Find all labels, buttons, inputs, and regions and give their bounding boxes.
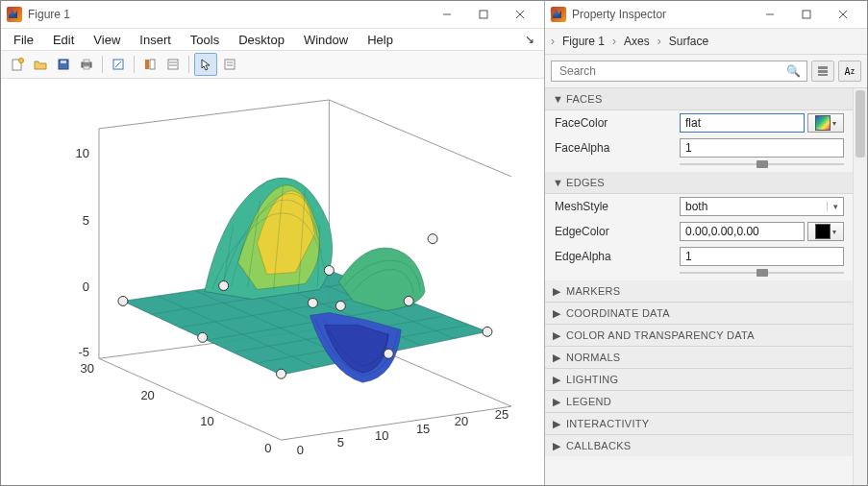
print-icon[interactable] xyxy=(76,54,97,75)
triangle-down-icon: ▼ xyxy=(553,177,560,188)
svg-rect-9 xyxy=(84,60,89,62)
svg-rect-56 xyxy=(803,11,810,18)
close-button[interactable] xyxy=(502,2,538,27)
meshstyle-field[interactable]: both ▾ xyxy=(680,197,844,216)
prop-edgealpha: EdgeAlpha 1 xyxy=(545,244,854,269)
section-color-transparency[interactable]: ▶ COLOR AND TRANSPARENCY DATA xyxy=(545,325,854,347)
menu-file[interactable]: File xyxy=(5,31,42,49)
close-button[interactable] xyxy=(825,2,861,27)
prop-facealpha: FaceAlpha 1 xyxy=(545,135,854,160)
inspector-search-row: 🔍 Az xyxy=(545,55,867,88)
facecolor-swatch-button[interactable]: ▾ xyxy=(807,113,844,133)
link-icon[interactable] xyxy=(108,54,129,75)
svg-point-53 xyxy=(483,327,492,336)
y-tick: 30 xyxy=(81,361,94,376)
edit-plot-arrow-icon[interactable] xyxy=(194,53,217,76)
search-input[interactable]: 🔍 xyxy=(551,61,807,82)
section-edges[interactable]: ▼ EDGES xyxy=(545,172,854,194)
edgecolor-value: 0.00,0.00,0.00 xyxy=(685,225,759,238)
maximize-button[interactable] xyxy=(465,2,502,27)
section-label: MARKERS xyxy=(566,285,621,297)
vertical-scrollbar[interactable] xyxy=(853,88,867,485)
z-tick: -5 xyxy=(78,345,89,359)
edgecolor-swatch-button[interactable]: ▾ xyxy=(807,222,844,241)
menu-view[interactable]: View xyxy=(85,31,129,49)
chevron-down-icon: ▾ xyxy=(827,202,843,211)
edgecolor-field[interactable]: 0.00,0.00,0.00 xyxy=(680,222,805,241)
figure-axes-area[interactable]: 10 5 0 -5 30 20 10 0 0 5 10 15 xyxy=(1,79,544,485)
section-coordinate-data[interactable]: ▶ COORDINATE DATA xyxy=(545,303,854,325)
search-field[interactable] xyxy=(558,63,786,79)
triangle-right-icon: ▶ xyxy=(553,285,560,298)
chevron-down-icon: ▾ xyxy=(832,119,836,128)
svg-point-49 xyxy=(335,301,345,310)
inspector-titlebar: Property Inspector xyxy=(545,1,867,29)
svg-rect-7 xyxy=(61,61,66,63)
open-icon[interactable] xyxy=(30,54,51,75)
section-label: COORDINATE DATA xyxy=(566,307,670,319)
x-tick: 0 xyxy=(297,443,304,457)
svg-rect-14 xyxy=(150,60,155,69)
svg-point-50 xyxy=(404,296,413,305)
toolbar-separator xyxy=(134,56,135,73)
edgealpha-slider[interactable] xyxy=(545,269,854,280)
svg-rect-15 xyxy=(168,60,178,69)
menu-insert[interactable]: Insert xyxy=(131,31,180,49)
minimize-button[interactable] xyxy=(429,2,465,27)
chevron-right-icon: › xyxy=(551,35,555,48)
facealpha-slider[interactable] xyxy=(545,160,854,172)
color-swatch-icon xyxy=(815,224,831,239)
axes[interactable]: 10 5 0 -5 30 20 10 0 0 5 10 15 xyxy=(30,90,533,474)
surface-plot[interactable]: 10 5 0 -5 30 20 10 0 0 5 10 15 xyxy=(30,90,533,474)
svg-rect-61 xyxy=(818,74,828,76)
property-inspector-icon[interactable] xyxy=(162,54,184,75)
prop-label: EdgeColor xyxy=(555,225,680,238)
insert-legend-icon[interactable] xyxy=(219,54,240,75)
section-label: INTERACTIVITY xyxy=(566,418,649,429)
new-figure-icon[interactable] xyxy=(7,54,28,75)
menu-tools[interactable]: Tools xyxy=(182,31,228,49)
breadcrumb-figure[interactable]: Figure 1 xyxy=(558,35,608,48)
prop-label: FaceColor xyxy=(555,116,680,130)
svg-line-27 xyxy=(99,358,282,440)
section-legend[interactable]: ▶ LEGEND xyxy=(545,391,854,413)
sort-az-icon[interactable]: Az xyxy=(838,61,861,82)
section-callbacks[interactable]: ▶ CALLBACKS xyxy=(545,435,854,456)
svg-point-48 xyxy=(308,298,317,307)
section-markers[interactable]: ▶ MARKERS xyxy=(545,280,854,303)
breadcrumb-surface[interactable]: Surface xyxy=(665,35,712,48)
section-label: NORMALS xyxy=(566,352,621,363)
save-icon[interactable] xyxy=(53,54,74,75)
x-tick: 20 xyxy=(455,414,468,428)
svg-rect-1 xyxy=(480,11,487,18)
facealpha-field[interactable]: 1 xyxy=(680,138,844,158)
triangle-right-icon: ▶ xyxy=(553,307,560,320)
x-tick: 5 xyxy=(337,435,344,450)
maximize-button[interactable] xyxy=(788,2,825,27)
z-tick: 5 xyxy=(83,213,89,228)
svg-point-51 xyxy=(277,369,286,378)
triangle-right-icon: ▶ xyxy=(553,396,560,408)
chevron-right-icon: › xyxy=(612,35,616,48)
prop-label: FaceAlpha xyxy=(555,141,680,155)
facecolor-field[interactable]: flat xyxy=(680,113,805,133)
section-interactivity[interactable]: ▶ INTERACTIVITY xyxy=(545,413,854,435)
minimize-button[interactable] xyxy=(752,2,788,27)
inspector-icon[interactable] xyxy=(139,54,161,75)
section-faces[interactable]: ▼ FACES xyxy=(545,88,854,110)
svg-point-52 xyxy=(384,349,393,358)
menu-help[interactable]: Help xyxy=(359,31,402,49)
menu-desktop[interactable]: Desktop xyxy=(230,31,293,49)
menu-window[interactable]: Window xyxy=(295,31,357,49)
menu-edit[interactable]: Edit xyxy=(44,31,83,49)
section-normals[interactable]: ▶ NORMALS xyxy=(545,347,854,369)
dock-toggle-icon[interactable]: ↘ xyxy=(525,33,540,46)
z-tick: 10 xyxy=(76,146,89,160)
section-lighting[interactable]: ▶ LIGHTING xyxy=(545,369,854,391)
prop-meshstyle: MeshStyle both ▾ xyxy=(545,194,854,219)
svg-point-47 xyxy=(198,332,208,342)
group-view-icon[interactable] xyxy=(811,61,834,82)
edgealpha-field[interactable]: 1 xyxy=(680,247,844,266)
scrollbar-thumb[interactable] xyxy=(856,90,865,158)
breadcrumb-axes[interactable]: Axes xyxy=(620,35,654,48)
